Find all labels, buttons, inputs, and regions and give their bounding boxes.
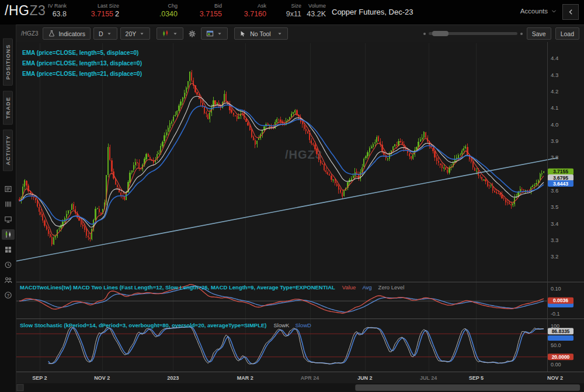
macd-axis-tick: -0.1 bbox=[551, 311, 560, 317]
flask-icon bbox=[48, 30, 55, 37]
time-axis-label: JUN 2 bbox=[357, 375, 373, 381]
svg-text:?: ? bbox=[6, 292, 9, 298]
price-axis-tick: 3.3 bbox=[551, 237, 558, 243]
quote-field-last-size: Last Size3.71552 bbox=[67, 3, 119, 19]
sidebar-button-news[interactable] bbox=[2, 184, 15, 194]
quote-field-value: 9x11 bbox=[266, 9, 301, 19]
svg-text:3.6443: 3.6443 bbox=[553, 181, 568, 187]
svg-text:3.7155: 3.7155 bbox=[553, 169, 568, 174]
chart-toolbar: /HGZ3 Indicators D 20Y No Tool bbox=[16, 24, 584, 42]
zoom-slider-handle[interactable] bbox=[432, 31, 449, 36]
macd-legend-item: Zero Level bbox=[378, 284, 405, 290]
price-axis-tick: 3.9 bbox=[551, 138, 558, 144]
save-button[interactable]: Save bbox=[527, 27, 551, 40]
stoch-legend-item: SlowK bbox=[273, 322, 290, 328]
sidebar-button-chart[interactable] bbox=[2, 229, 15, 240]
ema21-study-label: EMA (price=CLOSE, length=21, displace=0) bbox=[22, 71, 142, 77]
indicators-label: Indicators bbox=[58, 30, 85, 37]
caret-down-icon bbox=[172, 31, 178, 37]
price-axis-tick: 3.8 bbox=[551, 154, 558, 160]
time-axis-label: MAR 2 bbox=[237, 375, 253, 381]
load-button[interactable]: Load bbox=[555, 27, 579, 40]
quote-header: /HGZ3 IV Rank63.8Last Size3.71552Chg.034… bbox=[0, 0, 584, 24]
zoom-in-dot[interactable] bbox=[520, 33, 523, 35]
quote-field-label: Chg bbox=[119, 3, 178, 9]
time-axis-label: NOV 2 bbox=[94, 375, 110, 381]
quote-field-value: .0340 bbox=[119, 9, 178, 19]
chart-type-dropdown[interactable] bbox=[157, 27, 183, 40]
indicators-button[interactable]: Indicators bbox=[43, 27, 91, 40]
toolbar-symbol-label: /HGZ3 bbox=[21, 30, 38, 37]
symbol-title: /HGZ3 bbox=[5, 3, 46, 19]
quote-field-ask: Ask3.7160 bbox=[222, 3, 266, 19]
sidebar-button-clock[interactable] bbox=[2, 260, 15, 270]
price-axis-tick: 4.4 bbox=[551, 55, 558, 61]
chart-style-dropdown[interactable] bbox=[201, 27, 228, 40]
price-axis-tick: 4.3 bbox=[551, 72, 558, 78]
stoch-axis-tick: 0.00 bbox=[551, 362, 561, 368]
chevron-left-icon bbox=[567, 8, 575, 16]
symbol-root: /HG bbox=[5, 3, 29, 18]
sidebar-button-people[interactable] bbox=[2, 275, 15, 285]
time-axis-label: 2023 bbox=[167, 375, 179, 381]
symbol-expiry: Z3 bbox=[29, 3, 46, 18]
svg-text:0.0036: 0.0036 bbox=[553, 298, 568, 303]
chart-canvas[interactable]: /HGZ3EMA (price=CLOSE, length=5, displac… bbox=[16, 42, 584, 392]
price-axis-tick: 3.6 bbox=[551, 187, 558, 194]
sidebar-tab-trade[interactable]: TRADE bbox=[3, 91, 13, 125]
sidebar-tab-activity[interactable]: ACTIVITY bbox=[3, 130, 13, 171]
ema13-study-label: EMA (price=CLOSE, length=13, displace=0) bbox=[22, 60, 142, 66]
sidebar-button-ladder[interactable] bbox=[2, 199, 15, 209]
people-icon bbox=[4, 276, 12, 284]
quote-field-bid: Bid3.7155 bbox=[178, 3, 222, 19]
quote-field-label: Volume bbox=[301, 3, 326, 9]
accounts-label: Accounts bbox=[520, 8, 548, 15]
drawing-tool-dropdown[interactable]: No Tool bbox=[234, 27, 288, 40]
monitor-icon bbox=[4, 215, 12, 223]
scrollbar-handle[interactable] bbox=[355, 384, 580, 391]
zoom-slider-track[interactable] bbox=[429, 32, 517, 35]
chart-area[interactable]: /HGZ3EMA (price=CLOSE, length=5, displac… bbox=[16, 42, 584, 392]
scrollbar-left-button[interactable] bbox=[17, 384, 23, 391]
collapse-panel-button[interactable] bbox=[562, 4, 579, 20]
clock-icon bbox=[4, 261, 12, 269]
chevron-down-icon bbox=[551, 8, 557, 15]
ladder-icon bbox=[4, 200, 12, 208]
svg-text:3.6795: 3.6795 bbox=[553, 175, 568, 181]
zoom-out-dot[interactable] bbox=[423, 33, 426, 35]
time-axis-label: SEP 5 bbox=[469, 375, 484, 381]
macd-axis-tick: 0.10 bbox=[551, 286, 561, 292]
sidebar-icon-rail: ? bbox=[2, 184, 15, 300]
price-axis-tick: 4.2 bbox=[551, 88, 558, 94]
quote-field-value: 63.8 bbox=[46, 9, 67, 19]
ema5-study-label: EMA (price=CLOSE, length=5, displace=0) bbox=[22, 50, 138, 56]
quote-field-label: Size bbox=[266, 3, 301, 9]
candlestick-icon bbox=[162, 30, 169, 37]
help-icon: ? bbox=[4, 291, 12, 299]
chart-settings-button[interactable] bbox=[186, 27, 198, 40]
time-range-dropdown[interactable]: 20Y bbox=[120, 27, 151, 40]
zoom-slider[interactable] bbox=[423, 32, 523, 35]
sidebar-tab-positions[interactable]: POSITIONS bbox=[3, 38, 13, 86]
price-axis-tick: 3.4 bbox=[551, 220, 558, 227]
gear-icon bbox=[188, 30, 196, 38]
caret-down-icon bbox=[139, 31, 145, 37]
quote-field-iv-rank: IV Rank63.8 bbox=[46, 3, 67, 19]
macd-legend-item: Value bbox=[342, 284, 356, 290]
time-axis-label: NOV 2 bbox=[547, 375, 563, 381]
sidebar-button-help[interactable]: ? bbox=[2, 290, 15, 300]
price-axis-tick: 3.2 bbox=[551, 253, 558, 260]
stoch-study-label: Slow Stochastic (kPeriod=14, dPeriod=3, … bbox=[20, 322, 266, 328]
caret-down-icon bbox=[217, 31, 223, 37]
sidebar-button-grid[interactable] bbox=[2, 244, 15, 255]
aggregation-period-dropdown[interactable]: D bbox=[93, 27, 117, 40]
macd-legend-item: Avg bbox=[362, 284, 371, 290]
sidebar-button-monitor[interactable] bbox=[2, 214, 15, 225]
svg-text:86.8335: 86.8335 bbox=[552, 328, 570, 334]
quote-field-value: 3.71552 bbox=[67, 9, 119, 19]
quote-field-value: 3.7160 bbox=[222, 9, 266, 19]
svg-text:20.0000: 20.0000 bbox=[552, 354, 570, 360]
slowd-bubble bbox=[548, 335, 573, 341]
quote-field-volume: Volume43.2K bbox=[301, 3, 326, 19]
accounts-menu[interactable]: Accounts bbox=[520, 8, 557, 15]
